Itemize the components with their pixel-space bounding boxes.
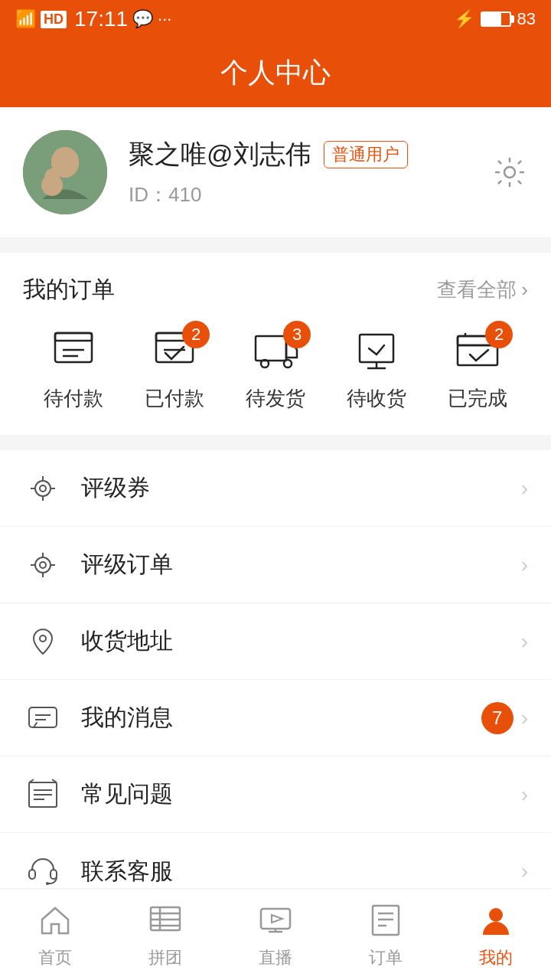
orders-title: 我的订单 [23, 274, 115, 305]
menu-section: 评级券 › 评级订单 › 收货地址 › [0, 450, 551, 910]
svg-rect-37 [29, 707, 57, 727]
order-label-pending-receive: 待收货 [347, 385, 406, 412]
nav-item-home[interactable]: 首页 [0, 900, 110, 969]
svg-rect-7 [55, 333, 92, 341]
orders-icon [366, 900, 406, 940]
bottom-nav: 首页 拼团 直播 [0, 888, 551, 980]
nav-label-group: 拼团 [148, 946, 182, 969]
group-icon [145, 900, 185, 940]
faq-icon [23, 775, 63, 815]
svg-rect-54 [261, 909, 290, 929]
chevron-right-icon: › [521, 278, 528, 302]
order-item-completed[interactable]: 2 已完成 [427, 328, 528, 412]
orders-header: 我的订单 查看全部 › [23, 253, 528, 321]
settings-button[interactable] [491, 154, 528, 191]
more-icon: ··· [158, 9, 171, 29]
live-icon [256, 900, 295, 940]
nav-item-orders[interactable]: 订单 [331, 900, 441, 969]
order-label-pending-ship: 待发货 [246, 385, 305, 412]
menu-item-faq[interactable]: 常见问题 › [0, 756, 551, 833]
order-label-completed: 已完成 [448, 385, 507, 412]
status-bar: 📶 HD 17:11 💬 ··· ⚡ 83 [0, 0, 551, 38]
menu-item-rating-coupon[interactable]: 评级券 › [0, 450, 551, 527]
battery-percent: 83 [517, 9, 536, 29]
order-icon-paid: 2 [147, 328, 202, 374]
svg-point-24 [35, 481, 51, 496]
user-badge: 普通用户 [324, 141, 408, 168]
menu-item-rating-order[interactable]: 评级订单 › [0, 527, 551, 603]
order-label-paid: 已付款 [145, 385, 204, 412]
avatar[interactable] [23, 130, 107, 214]
avatar-image [23, 130, 107, 214]
svg-marker-55 [272, 915, 282, 923]
svg-point-48 [46, 882, 49, 885]
view-all-button[interactable]: 查看全部 › [437, 276, 528, 303]
svg-point-25 [40, 485, 46, 492]
chevron-right-icon: › [521, 859, 528, 884]
hd-icon: HD [41, 11, 67, 28]
svg-rect-13 [256, 336, 286, 361]
battery-indicator [481, 11, 511, 27]
chevron-right-icon: › [521, 706, 528, 730]
order-label-pending-pay: 待付款 [44, 385, 103, 412]
chevron-right-icon: › [521, 476, 528, 501]
rating-coupon-icon [23, 469, 63, 508]
nav-item-mine[interactable]: 我的 [441, 900, 551, 969]
time-display: 17:11 [74, 7, 128, 31]
menu-label-rating-order: 评级订单 [81, 549, 521, 580]
svg-point-62 [489, 908, 503, 922]
signal-icon: 📶 [15, 9, 36, 29]
menu-label-contact: 联系客服 [81, 856, 521, 887]
menu-label-rating-coupon: 评级券 [81, 472, 521, 504]
svg-rect-16 [360, 335, 393, 362]
order-item-pending-pay[interactable]: 待付款 [23, 328, 124, 412]
svg-point-15 [284, 360, 292, 368]
order-icon-completed: 2 [450, 328, 505, 374]
rating-order-icon [23, 545, 63, 585]
svg-point-30 [35, 557, 51, 573]
orders-section: 我的订单 查看全部 › 待付款 2 [0, 253, 551, 435]
page-header: 个人中心 [0, 38, 551, 107]
profile-section: 聚之唯@刘志伟 普通用户 ID：410 [0, 107, 551, 237]
profile-name: 聚之唯@刘志伟 [129, 137, 311, 172]
svg-rect-6 [55, 333, 92, 362]
nav-label-mine: 我的 [479, 946, 513, 969]
page-title: 个人中心 [220, 54, 331, 92]
profile-id: ID：410 [129, 181, 528, 208]
menu-item-address[interactable]: 收货地址 › [0, 603, 551, 680]
nav-item-group[interactable]: 拼团 [110, 900, 220, 969]
section-divider [0, 435, 551, 450]
messages-icon [23, 698, 63, 738]
svg-point-4 [44, 168, 60, 187]
chevron-right-icon: › [521, 553, 528, 577]
contact-icon [23, 851, 63, 891]
address-icon [23, 622, 63, 662]
order-badge-pending-ship: 3 [283, 321, 311, 348]
svg-point-36 [40, 635, 46, 642]
menu-item-messages[interactable]: 我的消息 7 › [0, 680, 551, 756]
nav-label-orders: 订单 [369, 946, 403, 969]
messages-badge: 7 [481, 702, 514, 734]
svg-point-31 [40, 562, 46, 568]
menu-label-faq: 常见问题 [81, 779, 521, 810]
chevron-right-icon: › [521, 782, 528, 807]
order-item-pending-receive[interactable]: 待收货 [326, 328, 427, 412]
menu-label-address: 收货地址 [81, 626, 521, 657]
bluetooth-icon: ⚡ [454, 9, 474, 29]
status-left: 📶 HD 17:11 💬 ··· [15, 7, 171, 31]
menu-label-messages: 我的消息 [81, 702, 481, 733]
svg-point-5 [504, 167, 515, 178]
order-icon-pending-pay [46, 328, 101, 374]
nav-item-live[interactable]: 直播 [220, 900, 331, 969]
profile-name-row: 聚之唯@刘志伟 普通用户 [129, 137, 528, 172]
orders-grid: 待付款 2 已付款 3 [23, 321, 528, 435]
order-item-pending-ship[interactable]: 3 待发货 [225, 328, 326, 412]
nav-label-home: 首页 [38, 946, 72, 969]
svg-rect-46 [29, 870, 35, 879]
mine-icon [476, 900, 516, 940]
chevron-right-icon: › [521, 629, 528, 654]
order-item-paid[interactable]: 2 已付款 [124, 328, 225, 412]
order-icon-pending-ship: 3 [248, 328, 303, 374]
status-right: ⚡ 83 [454, 9, 536, 29]
wechat-icon: 💬 [132, 9, 153, 29]
